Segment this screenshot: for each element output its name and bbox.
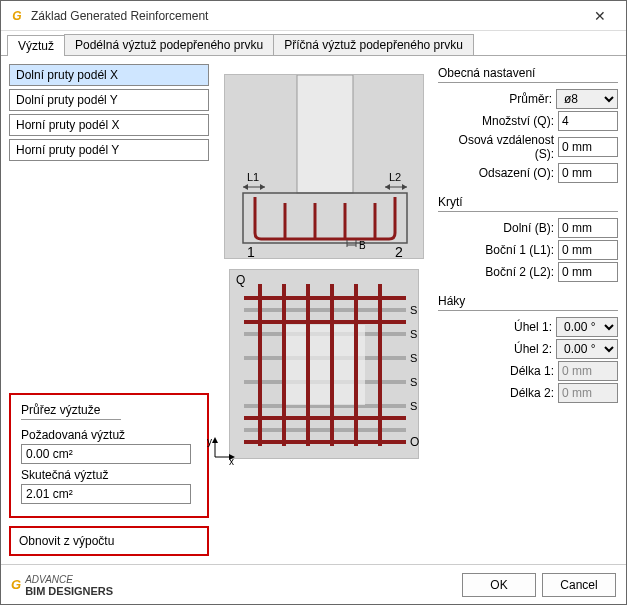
svg-rect-21 <box>285 325 365 405</box>
section-rule <box>21 419 121 420</box>
diagram-column: L1 L2 B 1 2 <box>217 64 430 556</box>
qty-label: Množství (Q): <box>482 114 554 128</box>
cancel-button[interactable]: Cancel <box>542 573 616 597</box>
svg-marker-4 <box>260 184 265 190</box>
actual-label: Skutečná výztuž <box>21 468 197 482</box>
elevation-diagram: L1 L2 B 1 2 <box>224 74 424 259</box>
hooks-title: Háky <box>438 294 618 308</box>
label-s4: S <box>410 376 417 388</box>
svg-marker-7 <box>402 184 407 190</box>
bottom-label: Dolní (B): <box>503 221 554 235</box>
label-l1: L1 <box>247 171 259 183</box>
svg-marker-33 <box>212 437 218 443</box>
len2-input <box>558 383 618 403</box>
label-s3: S <box>410 352 417 364</box>
label-1: 1 <box>247 244 255 260</box>
bar-item-top-y[interactable]: Horní pruty podél Y <box>9 139 209 161</box>
required-input[interactable] <box>21 444 191 464</box>
angle2-label: Úhel 2: <box>514 342 552 356</box>
side2-input[interactable] <box>558 262 618 282</box>
diameter-label: Průměr: <box>509 92 552 106</box>
section-box: Průřez výztuže Požadovaná výztuž Skutečn… <box>9 393 209 518</box>
bar-list: Dolní pruty podél X Dolní pruty podél Y … <box>9 64 209 161</box>
cover-title: Krytí <box>438 195 618 209</box>
label-s2: S <box>410 328 417 340</box>
group-cover: Krytí Dolní (B): Boční 1 (L1): Boční 2 (… <box>438 193 618 284</box>
label-b: B <box>359 240 366 251</box>
qty-input[interactable] <box>558 111 618 131</box>
close-icon: ✕ <box>594 8 606 24</box>
len1-input <box>558 361 618 381</box>
content-area: Dolní pruty podél X Dolní pruty podél Y … <box>1 56 626 564</box>
brand-main: BIM DESIGNERS <box>25 585 113 597</box>
svg-rect-1 <box>243 193 407 243</box>
axes-icon: y x <box>207 435 237 465</box>
label-s1: S <box>410 304 417 316</box>
required-label: Požadovaná výztuž <box>21 428 197 442</box>
tab-longitudinal[interactable]: Podélná výztuž podepřeného prvku <box>64 34 274 55</box>
bar-item-top-x[interactable]: Horní pruty podél X <box>9 114 209 136</box>
right-column: Obecná nastavení Průměr: ø8 Množství (Q)… <box>438 64 618 556</box>
group-hooks: Háky Úhel 1: 0.00 ° Úhel 2: 0.00 ° Délka… <box>438 292 618 405</box>
label-s5: S <box>410 400 417 412</box>
label-2: 2 <box>395 244 403 260</box>
window-title: Základ Generated Reinforcement <box>31 9 580 23</box>
svg-text:y: y <box>207 436 212 447</box>
label-l2: L2 <box>389 171 401 183</box>
plan-diagram-wrap: Q S S S S S O y x <box>229 269 419 459</box>
footer: G ADVANCE BIM DESIGNERS OK Cancel <box>1 564 626 604</box>
app-icon: G <box>9 8 25 24</box>
brand-icon: G <box>11 577 21 592</box>
section-title: Průřez výztuže <box>21 403 197 417</box>
spacing-label: Osová vzdálenost (S): <box>438 133 554 161</box>
titlebar: G Základ Generated Reinforcement ✕ <box>1 1 626 31</box>
general-title: Obecná nastavení <box>438 66 618 80</box>
diameter-select[interactable]: ø8 <box>556 89 618 109</box>
side2-label: Boční 2 (L2): <box>485 265 554 279</box>
tab-strip: Výztuž Podélná výztuž podepřeného prvku … <box>1 31 626 56</box>
angle1-label: Úhel 1: <box>514 320 552 334</box>
bar-item-bottom-y[interactable]: Dolní pruty podél Y <box>9 89 209 111</box>
len1-label: Délka 1: <box>510 364 554 378</box>
side1-label: Boční 1 (L1): <box>485 243 554 257</box>
svg-text:x: x <box>229 456 234 465</box>
close-button[interactable]: ✕ <box>580 2 620 30</box>
restore-button[interactable]: Obnovit z výpočtu <box>9 526 209 556</box>
actual-input[interactable] <box>21 484 191 504</box>
label-o: O <box>410 435 419 449</box>
label-q: Q <box>236 273 245 287</box>
ok-button[interactable]: OK <box>462 573 536 597</box>
tab-transverse[interactable]: Příčná výztuž podepřeného prvku <box>273 34 474 55</box>
side1-input[interactable] <box>558 240 618 260</box>
offset-input[interactable] <box>558 163 618 183</box>
spacing-input[interactable] <box>558 137 618 157</box>
group-general: Obecná nastavení Průměr: ø8 Množství (Q)… <box>438 64 618 185</box>
angle2-select[interactable]: 0.00 ° <box>556 339 618 359</box>
tab-reinforcement[interactable]: Výztuž <box>7 35 65 56</box>
svg-marker-6 <box>385 184 390 190</box>
bar-item-bottom-x[interactable]: Dolní pruty podél X <box>9 64 209 86</box>
offset-label: Odsazení (O): <box>479 166 554 180</box>
brand: G ADVANCE BIM DESIGNERS <box>11 573 113 597</box>
angle1-select[interactable]: 0.00 ° <box>556 317 618 337</box>
left-column: Dolní pruty podél X Dolní pruty podél Y … <box>9 64 209 556</box>
len2-label: Délka 2: <box>510 386 554 400</box>
svg-rect-0 <box>297 75 353 193</box>
bottom-input[interactable] <box>558 218 618 238</box>
plan-diagram: Q S S S S S O <box>229 269 419 459</box>
svg-marker-3 <box>243 184 248 190</box>
brand-top: ADVANCE <box>25 574 73 585</box>
